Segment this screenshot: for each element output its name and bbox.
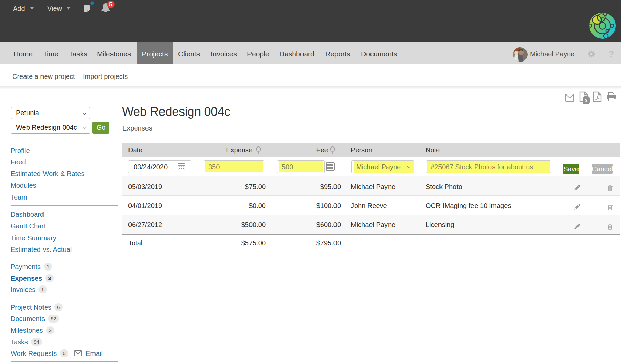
svg-text:X: X xyxy=(584,98,588,103)
svg-text:5: 5 xyxy=(109,2,113,7)
